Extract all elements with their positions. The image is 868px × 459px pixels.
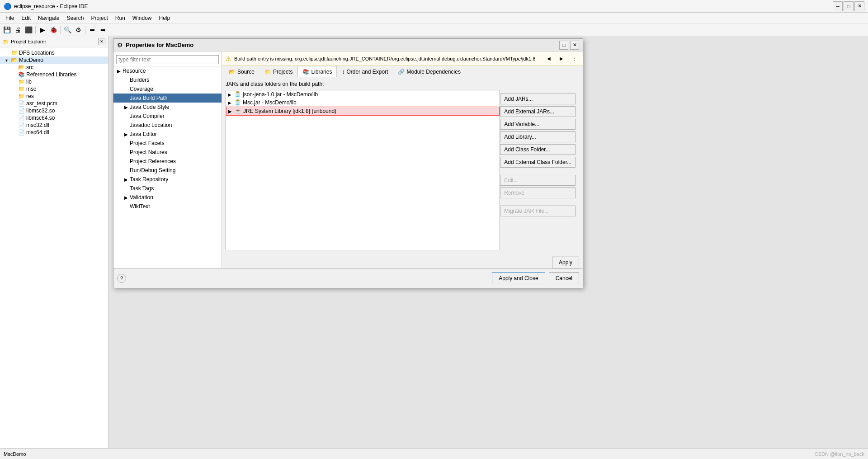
remove-button[interactable]: Remove xyxy=(500,187,576,198)
add-variable-button[interactable]: Add Variable... xyxy=(500,119,576,130)
status-right-text: CSDN @lion_no_back xyxy=(815,451,864,457)
minimize-button[interactable]: ─ xyxy=(833,1,843,11)
tree-label-msc64: msc64.dll xyxy=(26,129,49,136)
apply-button[interactable]: Apply xyxy=(552,257,579,268)
tree-item-msc32[interactable]: 📄 msc32.dll xyxy=(0,122,108,129)
dialog-search-input[interactable] xyxy=(116,55,219,64)
dialog-nav-project-natures[interactable]: Project Natures xyxy=(113,148,222,157)
dialog-nav-builders[interactable]: Builders xyxy=(113,75,222,84)
toolbar-btn-5[interactable]: ⬅ xyxy=(87,25,97,35)
migrate-jar-button[interactable]: Migrate JAR File... xyxy=(500,206,576,216)
lib-item-msc-jar[interactable]: ▶ 🫙 Msc.jar - MscDemo/lib xyxy=(226,98,500,107)
tab-order-export-label: Order and Export xyxy=(346,69,388,75)
lib-item-json-jena[interactable]: ▶ 🫙 json-jena-1.0.jar - MscDemo/lib xyxy=(226,90,500,98)
tab-source[interactable]: 📂 Source xyxy=(224,66,259,77)
tree-label-src: src xyxy=(26,64,33,70)
sidebar-folder-icon: 📁 xyxy=(3,39,9,45)
close-button[interactable]: ✕ xyxy=(854,1,864,11)
menu-navigate[interactable]: Navigate xyxy=(34,14,63,22)
warning-menu-button[interactable]: ⋮ xyxy=(569,54,579,64)
menu-window[interactable]: Window xyxy=(129,14,156,22)
menu-project[interactable]: Project xyxy=(87,14,111,22)
tab-source-label: Source xyxy=(237,69,255,75)
tree-item-ref-libs[interactable]: 📚 Referenced Libraries xyxy=(0,71,108,78)
dialog-nav-java-editor[interactable]: ▶ Java Editor xyxy=(113,130,222,139)
tree-item-src[interactable]: 📂 src xyxy=(0,64,108,71)
dialog-close-button[interactable]: ✕ xyxy=(570,41,579,50)
nav-label-javadoc: Javadoc Location xyxy=(130,122,172,128)
msc-jar-arrow: ▶ xyxy=(228,100,234,105)
project-explorer: 📁 Project Explorer ✕ 📁 DFS Locations ▾ 📂… xyxy=(0,36,108,459)
dialog-nav-wikitext[interactable]: WikiText xyxy=(113,202,222,211)
warning-icon: ⚠ xyxy=(226,55,231,62)
toolbar-btn-2[interactable]: 🖨 xyxy=(13,25,23,35)
cancel-button[interactable]: Cancel xyxy=(549,272,579,284)
toolbar-btn-search[interactable]: 🔍 xyxy=(62,25,72,35)
dialog-nav-java-build-path[interactable]: Java Build Path xyxy=(113,94,222,103)
tab-order-export[interactable]: ↕ Order and Export xyxy=(337,66,393,77)
libraries-list[interactable]: ▶ 🫙 json-jena-1.0.jar - MscDemo/lib ▶ 🫙 … xyxy=(226,90,500,250)
toolbar-btn-run[interactable]: ▶ xyxy=(38,25,47,35)
dialog-nav-validation[interactable]: ▶ Validation xyxy=(113,193,222,202)
apply-close-button[interactable]: Apply and Close xyxy=(492,272,545,284)
dialog-nav-resource[interactable]: ▶ Resource xyxy=(113,66,222,75)
add-class-folder-button[interactable]: Add Class Folder... xyxy=(500,144,576,155)
tab-libraries[interactable]: 📚 Libraries xyxy=(297,66,337,77)
toolbar-btn-6[interactable]: ➡ xyxy=(98,25,108,35)
jre-icon: ☕ xyxy=(235,108,241,114)
tree-item-lib[interactable]: 📁 lib xyxy=(0,78,108,85)
menu-edit[interactable]: Edit xyxy=(18,14,34,22)
dialog-title-icon: ⚙ xyxy=(117,42,123,49)
add-jars-button[interactable]: Add JARs... xyxy=(500,94,576,104)
tree-item-asr[interactable]: 📄 asr_test.pcm xyxy=(0,100,108,107)
menu-help[interactable]: Help xyxy=(156,14,174,22)
file-icon-msc64: 📄 xyxy=(18,129,25,136)
tree-item-res[interactable]: 📁 res xyxy=(0,93,108,100)
main-layout: 📁 Project Explorer ✕ 📁 DFS Locations ▾ 📂… xyxy=(0,36,868,459)
folder-open-icon: 📂 xyxy=(11,57,18,63)
dialog-nav-javadoc[interactable]: Javadoc Location xyxy=(113,121,222,130)
menu-search[interactable]: Search xyxy=(63,14,87,22)
file-icon-msc32: 📄 xyxy=(18,122,25,128)
lib-item-jre[interactable]: ▶ ☕ JRE System Library [jdk1.8] (unbound… xyxy=(226,107,500,116)
menu-run[interactable]: Run xyxy=(112,14,129,22)
add-library-button[interactable]: Add Library... xyxy=(500,131,576,142)
tree-item-msc[interactable]: 📁 msc xyxy=(0,85,108,93)
menu-file[interactable]: File xyxy=(2,14,18,22)
dialog-nav-project-facets[interactable]: Project Facets xyxy=(113,139,222,148)
warning-back-button[interactable]: ◀ xyxy=(544,54,554,64)
dialog-nav-run-debug[interactable]: Run/Debug Setting xyxy=(113,166,222,175)
maximize-button[interactable]: □ xyxy=(844,1,854,11)
dialog-maximize-button[interactable]: □ xyxy=(559,41,568,50)
tree-label-res: res xyxy=(26,93,34,99)
toolbar-btn-3[interactable]: ⬛ xyxy=(24,25,33,35)
dialog-nav-java-code-style[interactable]: ▶ Java Code Style xyxy=(113,103,222,112)
toolbar-btn-4[interactable]: ⚙ xyxy=(73,25,83,35)
dialog-nav-java-compiler[interactable]: Java Compiler xyxy=(113,112,222,121)
dialog-nav-coverage[interactable]: Coverage xyxy=(113,84,222,94)
warning-bar: ⚠ Build path entry is missing: org.eclip… xyxy=(222,52,583,66)
add-external-class-folder-button[interactable]: Add External Class Folder... xyxy=(500,157,576,168)
add-external-jars-button[interactable]: Add External JARs... xyxy=(500,106,576,117)
tree-item-lib32[interactable]: 📄 libmsc32.so xyxy=(0,107,108,114)
file-icon-lib32: 📄 xyxy=(18,108,25,114)
panel-apply-row: Apply xyxy=(222,254,583,268)
tree-item-dfs[interactable]: 📁 DFS Locations xyxy=(0,49,108,56)
content-description: JARs and class folders on the build path… xyxy=(226,81,579,87)
tab-module-deps[interactable]: 🔗 Module Dependencies xyxy=(393,66,465,77)
tab-projects[interactable]: 📁 Projects xyxy=(259,66,297,77)
nav-label-java-editor: Java Editor xyxy=(130,131,157,137)
dialog-nav-task-tags[interactable]: Task Tags xyxy=(113,184,222,193)
tree-item-msc64[interactable]: 📄 msc64.dll xyxy=(0,129,108,136)
toolbar-btn-1[interactable]: 💾 xyxy=(2,25,12,35)
tree-item-mscdemo[interactable]: ▾ 📂 MscDemo xyxy=(0,56,108,64)
dialog-nav-project-references[interactable]: Project References xyxy=(113,157,222,166)
toolbar-btn-debug[interactable]: 🐞 xyxy=(48,25,58,35)
dialog-nav-task-repo[interactable]: ▶ Task Repository xyxy=(113,175,222,184)
help-button[interactable]: ? xyxy=(117,274,126,283)
tree-item-lib64[interactable]: 📄 libmsc64.so xyxy=(0,114,108,122)
warning-forward-button[interactable]: ▶ xyxy=(557,54,566,64)
sidebar-close-button[interactable]: ✕ xyxy=(98,38,105,45)
edit-button[interactable]: Edit... xyxy=(500,175,576,186)
sidebar-header: 📁 Project Explorer ✕ xyxy=(0,36,108,47)
